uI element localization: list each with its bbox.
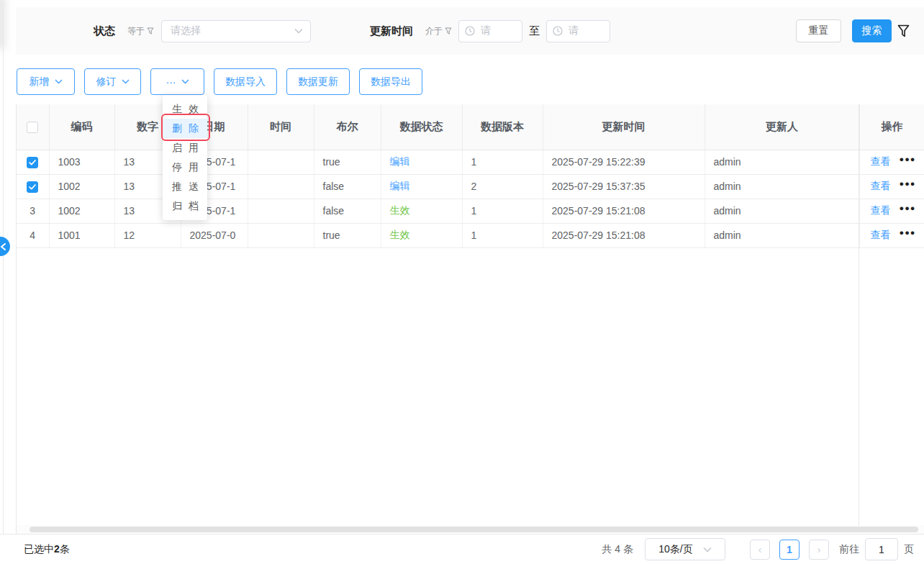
header-actions: 操作 bbox=[859, 104, 924, 150]
cell-updated-at: 2025-07-29 15:21:08 bbox=[543, 223, 705, 247]
data-export-button[interactable]: 数据导出 bbox=[359, 68, 422, 95]
row-more-icon[interactable]: ●●● bbox=[900, 204, 916, 212]
cell-code: 1001 bbox=[49, 223, 114, 247]
menu-item-delete[interactable]: 删 除 bbox=[163, 119, 207, 138]
status-filter-label: 状态 bbox=[94, 24, 115, 38]
row-index[interactable]: 3 bbox=[17, 199, 49, 223]
status-select-placeholder: 请选择 bbox=[171, 24, 201, 37]
check-icon bbox=[29, 184, 36, 190]
revise-button-label: 修订 bbox=[96, 76, 117, 88]
time-to-placeholder: 请 bbox=[569, 24, 579, 37]
action-toolbar: 新增 修订 ··· 数据导入 数据更新 数据导出 bbox=[17, 68, 422, 95]
row-checkbox-checked[interactable] bbox=[27, 181, 38, 193]
cell-updated-at: 2025-07-29 15:21:08 bbox=[543, 199, 705, 223]
next-page-button[interactable]: › bbox=[809, 540, 829, 560]
chevron-down-icon bbox=[55, 79, 63, 84]
cell-bool: false bbox=[314, 199, 381, 223]
chevron-down-icon bbox=[703, 547, 712, 552]
row-more-icon[interactable]: ●●● bbox=[900, 228, 916, 237]
cell-updated-at: 2025-07-29 15:22:39 bbox=[543, 150, 705, 174]
update-time-filter-label: 更新时间 bbox=[370, 24, 413, 38]
cell-code: 1003 bbox=[49, 150, 114, 174]
cell-updated-by: admin bbox=[705, 199, 859, 223]
page-size-select[interactable]: 10条/页 bbox=[645, 538, 725, 560]
time-to-input[interactable]: 请 bbox=[546, 20, 610, 42]
cell-updated-by: admin bbox=[705, 223, 859, 247]
status-operator[interactable]: 等于 bbox=[127, 25, 154, 37]
goto-label: 前往 bbox=[839, 543, 859, 556]
menu-item-disable[interactable]: 停 用 bbox=[163, 158, 207, 177]
table-row: 4 1001 12 2025-07-0 true 生效 1 2025-07-29… bbox=[17, 223, 924, 247]
current-page-button[interactable]: 1 bbox=[779, 540, 800, 560]
header-bool: 布尔 bbox=[314, 104, 381, 150]
cell-version: 1 bbox=[462, 223, 543, 247]
data-update-button[interactable]: 数据更新 bbox=[286, 68, 350, 95]
view-link[interactable]: 查看 bbox=[871, 155, 891, 168]
collapse-panel-button[interactable] bbox=[0, 237, 10, 256]
table-row: 1002 13 2025-07-1 false 编辑 2 2025-07-29 … bbox=[17, 174, 924, 199]
row-checkbox-checked[interactable] bbox=[27, 157, 38, 168]
header-status: 数据状态 bbox=[381, 104, 462, 150]
menu-item-activate[interactable]: 生 效 bbox=[163, 99, 207, 119]
reset-button[interactable]: 重置 bbox=[796, 19, 841, 42]
view-link[interactable]: 查看 bbox=[871, 229, 891, 242]
menu-item-enable[interactable]: 启 用 bbox=[163, 138, 207, 158]
funnel-icon bbox=[897, 24, 910, 38]
chevron-left-icon bbox=[0, 243, 6, 250]
goto-page-input[interactable] bbox=[865, 538, 898, 560]
table-row: 3 1002 13 2025-07-1 false 生效 1 2025-07-2… bbox=[17, 199, 924, 223]
filter-actions: 重置 搜索 bbox=[796, 19, 910, 42]
view-link[interactable]: 查看 bbox=[871, 180, 891, 193]
status-link[interactable]: 编辑 bbox=[390, 155, 410, 167]
filter-funnel-icon bbox=[445, 27, 452, 35]
prev-page-button[interactable]: ‹ bbox=[750, 540, 770, 560]
row-index[interactable]: 4 bbox=[17, 223, 49, 247]
menu-item-push[interactable]: 推 送 bbox=[163, 177, 207, 196]
status-operator-label: 等于 bbox=[127, 25, 145, 37]
chevron-down-icon bbox=[122, 79, 130, 84]
cell-version: 1 bbox=[462, 199, 543, 223]
cell-time bbox=[248, 199, 314, 223]
cell-code: 1002 bbox=[49, 174, 114, 199]
selected-count-text: 已选中2条 bbox=[24, 543, 70, 556]
pagination: 共 4 条 10条/页 ‹ 1 › 前往 页 bbox=[602, 538, 914, 560]
status-link[interactable]: 生效 bbox=[390, 204, 410, 216]
menu-item-archive[interactable]: 归 档 bbox=[163, 196, 207, 216]
page-size-value: 10条/页 bbox=[658, 543, 692, 556]
status-select[interactable]: 请选择 bbox=[161, 20, 311, 42]
status-link[interactable]: 编辑 bbox=[390, 180, 410, 191]
row-more-icon[interactable]: ●●● bbox=[900, 179, 916, 188]
view-link[interactable]: 查看 bbox=[871, 204, 891, 217]
data-table: 编码 数字 日期 时间 布尔 数据状态 数据版本 更新时间 更新人 操作 100… bbox=[17, 104, 924, 248]
time-operator[interactable]: 介于 bbox=[425, 25, 452, 37]
chevron-down-icon bbox=[294, 28, 303, 34]
fixed-column-divider bbox=[859, 104, 859, 525]
select-all-header bbox=[17, 104, 49, 150]
more-actions-button[interactable]: ··· bbox=[150, 68, 204, 95]
cell-code: 1002 bbox=[49, 199, 114, 223]
total-count-text: 共 4 条 bbox=[602, 543, 633, 556]
table-header-row: 编码 数字 日期 时间 布尔 数据状态 数据版本 更新时间 更新人 操作 bbox=[17, 104, 924, 150]
revise-button[interactable]: 修订 bbox=[84, 68, 141, 95]
row-more-icon[interactable]: ●●● bbox=[900, 155, 916, 163]
cell-time bbox=[248, 174, 314, 199]
cell-bool: true bbox=[314, 150, 381, 174]
time-from-input[interactable]: 请 bbox=[458, 20, 522, 42]
cell-version: 2 bbox=[462, 174, 543, 199]
clock-icon bbox=[465, 26, 475, 36]
header-updated-at: 更新时间 bbox=[543, 104, 705, 150]
horizontal-scrollbar-thumb[interactable] bbox=[30, 527, 918, 532]
advanced-filter-button[interactable] bbox=[897, 24, 910, 38]
search-button[interactable]: 搜索 bbox=[852, 19, 892, 42]
select-all-checkbox[interactable] bbox=[27, 122, 38, 133]
cell-number: 12 bbox=[114, 223, 181, 247]
status-link[interactable]: 生效 bbox=[390, 229, 410, 240]
add-button[interactable]: 新增 bbox=[17, 68, 75, 95]
cell-bool: false bbox=[314, 174, 381, 199]
header-updated-by: 更新人 bbox=[705, 104, 859, 150]
data-import-button[interactable]: 数据导入 bbox=[214, 68, 277, 95]
time-range-to-label: 至 bbox=[529, 24, 540, 38]
cell-date: 2025-07-0 bbox=[181, 223, 248, 247]
cell-bool: true bbox=[314, 223, 381, 247]
data-table-area: 编码 数字 日期 时间 布尔 数据状态 数据版本 更新时间 更新人 操作 100… bbox=[16, 104, 924, 534]
